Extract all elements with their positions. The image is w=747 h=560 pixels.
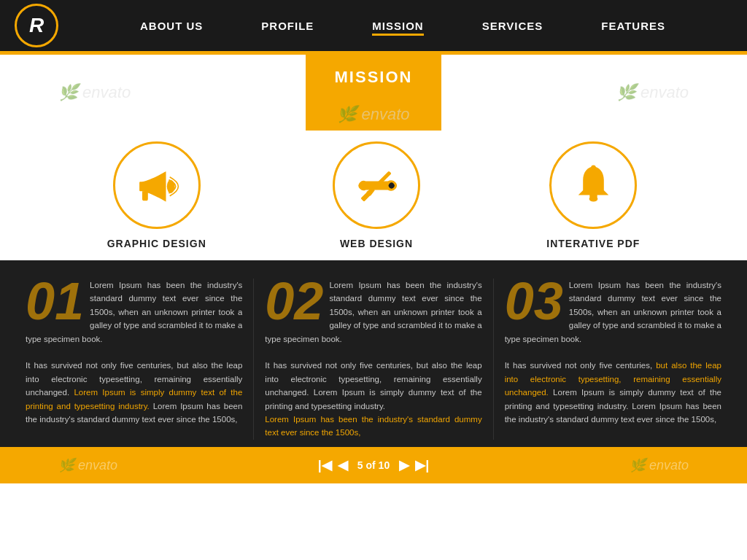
footer: 🌿 envato |◀ ◀ 5 of 10 ▶ ▶| 🌿 envato bbox=[0, 447, 747, 483]
next-page-button[interactable]: ▶ bbox=[399, 457, 409, 473]
nav-mission[interactable]: MISSION bbox=[372, 20, 423, 32]
top-area: 🌿 envato 🌿 envato 🌿 envato MISSION GRAPH… bbox=[0, 55, 747, 260]
watermark-center: 🌿 envato bbox=[337, 105, 409, 124]
footer-watermark-right: 🌿 envato bbox=[630, 457, 689, 473]
icon-card-graphic-design: GRAPHIC DESIGN bbox=[107, 141, 206, 249]
header: R ABOUT US PROFILE MISSION SERVICES FEAT… bbox=[0, 0, 747, 51]
nav-features[interactable]: FEATURES bbox=[601, 20, 665, 32]
nav-about-us[interactable]: ABOUT US bbox=[140, 20, 203, 32]
number-03: 03 bbox=[505, 279, 563, 327]
svg-point-7 bbox=[589, 195, 597, 201]
watermark-left: 🌿 envato bbox=[58, 83, 131, 102]
footer-watermark-left: 🌿 envato bbox=[58, 457, 117, 473]
pagination: |◀ ◀ 5 of 10 ▶ ▶| bbox=[318, 457, 429, 473]
number-01: 01 bbox=[26, 279, 84, 327]
logo-letter: R bbox=[29, 14, 44, 37]
icon-circle-pdf bbox=[549, 141, 637, 229]
megaphone-icon bbox=[133, 162, 180, 209]
icon-circle-graphic bbox=[113, 141, 201, 229]
icon-card-pdf: INTERATIVE PDF bbox=[546, 141, 640, 249]
nav-services[interactable]: SERVICES bbox=[482, 20, 543, 32]
icon-card-web-design: WEB DESIGN bbox=[333, 141, 420, 249]
page-indicator: 5 of 10 bbox=[357, 459, 390, 471]
content-section: 01 Lorem Ipsum has been the industry's s… bbox=[0, 260, 747, 447]
svg-point-1 bbox=[167, 179, 174, 192]
navigation: ABOUT US PROFILE MISSION SERVICES FEATUR… bbox=[58, 20, 747, 32]
content-col-2: 02 Lorem Ipsum has been the industry's s… bbox=[254, 279, 493, 440]
bell-icon bbox=[570, 162, 617, 209]
icons-section: GRAPHIC DESIGN bbox=[0, 131, 747, 260]
number-02: 02 bbox=[265, 279, 323, 327]
first-page-button[interactable]: |◀ bbox=[318, 457, 332, 473]
logo[interactable]: R bbox=[15, 4, 58, 47]
icon-label-graphic: GRAPHIC DESIGN bbox=[107, 238, 206, 249]
svg-point-8 bbox=[591, 165, 596, 170]
content-col-1: 01 Lorem Ipsum has been the industry's s… bbox=[15, 279, 254, 440]
last-page-button[interactable]: ▶| bbox=[415, 457, 429, 473]
content-col-3: 03 Lorem Ipsum has been the industry's s… bbox=[494, 279, 732, 440]
icon-label-pdf: INTERATIVE PDF bbox=[546, 238, 640, 249]
icon-label-web: WEB DESIGN bbox=[340, 238, 413, 249]
svg-rect-0 bbox=[139, 182, 143, 191]
icon-circle-web bbox=[333, 141, 420, 229]
watermark-right: 🌿 envato bbox=[616, 83, 689, 102]
prev-page-button[interactable]: ◀ bbox=[338, 457, 348, 473]
nav-profile[interactable]: PROFILE bbox=[261, 20, 314, 32]
tools-icon bbox=[353, 162, 400, 209]
